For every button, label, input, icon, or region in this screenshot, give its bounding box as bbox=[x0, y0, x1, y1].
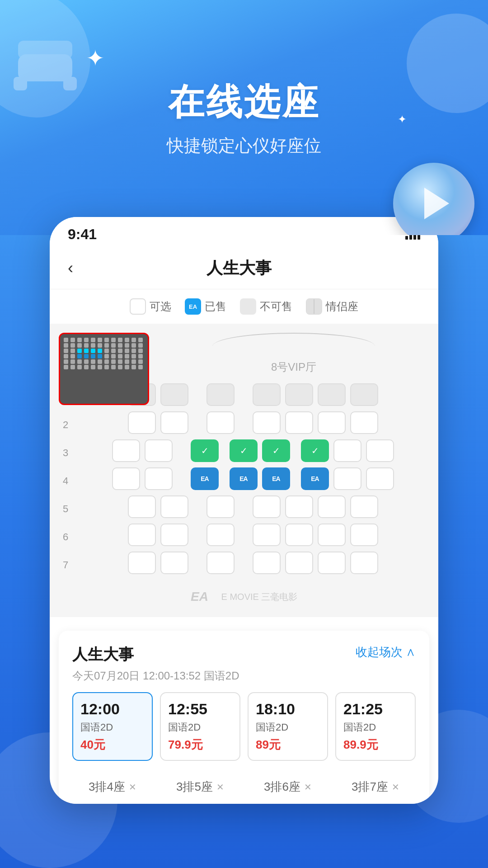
showtime-price-0: 40元 bbox=[80, 737, 145, 753]
legend-seat-sold: EA bbox=[185, 298, 201, 315]
seat[interactable] bbox=[206, 411, 235, 434]
showtime-type-1: 国语2D bbox=[168, 721, 232, 734]
seat[interactable] bbox=[318, 495, 346, 518]
seat[interactable] bbox=[253, 495, 281, 518]
seat-row-6 bbox=[77, 524, 429, 546]
seat-sel-0: 3排4座 ✕ bbox=[72, 779, 153, 795]
seat[interactable] bbox=[350, 552, 378, 574]
play-button[interactable] bbox=[393, 163, 474, 235]
seat[interactable] bbox=[285, 495, 313, 518]
seat[interactable] bbox=[318, 552, 346, 574]
seat[interactable] bbox=[160, 495, 188, 518]
seat[interactable] bbox=[160, 383, 188, 406]
seat-gap bbox=[223, 439, 225, 462]
seat[interactable] bbox=[333, 439, 361, 462]
screen-curve bbox=[212, 333, 375, 346]
seat[interactable] bbox=[285, 383, 313, 406]
showtime-card-3[interactable]: 21:25 国语2D 89.9元 bbox=[335, 692, 416, 761]
svg-rect-2 bbox=[63, 77, 77, 90]
seat-sel-2: 3排6座 ✕ bbox=[248, 779, 328, 795]
seat[interactable] bbox=[253, 383, 281, 406]
showtime-type-2: 国语2D bbox=[256, 721, 320, 734]
seat[interactable] bbox=[128, 552, 156, 574]
seat-gap bbox=[239, 552, 248, 574]
seat-row-7 bbox=[77, 552, 429, 574]
seat-gap bbox=[239, 411, 248, 434]
seat[interactable] bbox=[206, 524, 235, 546]
seat[interactable] bbox=[253, 411, 281, 434]
seat-sold: EA bbox=[191, 467, 219, 490]
seat[interactable] bbox=[366, 439, 394, 462]
seat[interactable] bbox=[206, 383, 235, 406]
seat[interactable] bbox=[350, 524, 378, 546]
seat[interactable] bbox=[350, 383, 378, 406]
seat-sel-3: 3排7座 ✕ bbox=[335, 779, 416, 795]
seat[interactable] bbox=[145, 467, 173, 490]
seat[interactable] bbox=[128, 524, 156, 546]
seat-gap bbox=[193, 495, 202, 518]
seat-selected[interactable]: ✓ bbox=[301, 439, 329, 462]
remove-seat-0[interactable]: ✕ bbox=[129, 782, 136, 793]
play-triangle-icon bbox=[424, 188, 449, 219]
bottom-card: 人生大事 收起场次 ∧ 今天07月20日 12:00-13:52 国语2D 12… bbox=[59, 631, 429, 804]
showtime-card-0[interactable]: 12:00 国语2D 40元 bbox=[72, 692, 153, 761]
seat-row-3: ✓ ✓ ✓ ✓ bbox=[77, 439, 429, 462]
movie-meta: 今天07月20日 12:00-13:52 国语2D bbox=[72, 669, 416, 683]
showtime-time-0: 12:00 bbox=[80, 700, 145, 718]
seat[interactable] bbox=[160, 411, 188, 434]
showtime-price-2: 89元 bbox=[256, 737, 320, 753]
nav-title: 人生大事 bbox=[80, 257, 398, 279]
svg-text:EA: EA bbox=[191, 590, 208, 604]
nav-bar: ‹ 人生大事 bbox=[50, 247, 438, 289]
sparkle-icon-1: ✦ bbox=[86, 45, 105, 71]
collapse-button[interactable]: 收起场次 ∧ bbox=[356, 644, 416, 660]
seat[interactable] bbox=[253, 552, 281, 574]
seat[interactable] bbox=[285, 524, 313, 546]
seat[interactable] bbox=[318, 383, 346, 406]
seat-gap bbox=[239, 383, 248, 406]
seat[interactable] bbox=[350, 411, 378, 434]
seat[interactable] bbox=[160, 524, 188, 546]
seat[interactable] bbox=[160, 552, 188, 574]
remove-seat-3[interactable]: ✕ bbox=[392, 782, 399, 793]
seat[interactable] bbox=[112, 467, 140, 490]
seat[interactable] bbox=[366, 467, 394, 490]
showtime-card-1[interactable]: 12:55 国语2D 79.9元 bbox=[160, 692, 240, 761]
seat[interactable] bbox=[206, 552, 235, 574]
seat[interactable] bbox=[128, 495, 156, 518]
legend-unavailable: 不可售 bbox=[240, 298, 292, 315]
remove-seat-1[interactable]: ✕ bbox=[216, 782, 224, 793]
seat-selected[interactable]: ✓ bbox=[191, 439, 219, 462]
phone-mockup: 9:41 ‹ 人生大事 bbox=[50, 217, 438, 804]
legend-seat-available bbox=[130, 298, 146, 315]
seat[interactable] bbox=[285, 411, 313, 434]
seat-gap bbox=[193, 552, 202, 574]
seat-gap bbox=[193, 524, 202, 546]
seat[interactable] bbox=[285, 552, 313, 574]
status-bar: 9:41 bbox=[50, 217, 438, 247]
showtime-grid: 12:00 国语2D 40元 12:55 国语2D 79.9元 18:10 国语… bbox=[72, 692, 416, 761]
page-main-title: 在线选座 bbox=[168, 78, 320, 127]
seat-selected[interactable]: ✓ bbox=[230, 439, 258, 462]
seat[interactable] bbox=[112, 439, 140, 462]
movie-info-row: 人生大事 收起场次 ∧ bbox=[72, 644, 416, 665]
seat-row-4: EA EA EA EA bbox=[77, 467, 429, 490]
seat[interactable] bbox=[206, 495, 235, 518]
movie-title-bottom: 人生大事 bbox=[72, 644, 134, 665]
header-section: ✦ ✦ 在线选座 快捷锁定心仪好座位 bbox=[0, 0, 488, 235]
seat[interactable] bbox=[145, 439, 173, 462]
seat-selected[interactable]: ✓ bbox=[262, 439, 290, 462]
row-numbers: 1 2 3 4 5 6 7 bbox=[59, 383, 72, 576]
seat[interactable] bbox=[318, 524, 346, 546]
seat[interactable] bbox=[318, 411, 346, 434]
showtime-card-2[interactable]: 18:10 国语2D 89元 bbox=[248, 692, 328, 761]
legend-bar: 可选 EA 已售 不可售 bbox=[50, 289, 438, 324]
seat[interactable] bbox=[350, 495, 378, 518]
legend-seat-unavailable bbox=[240, 298, 256, 315]
seat[interactable] bbox=[253, 524, 281, 546]
seat[interactable] bbox=[333, 467, 361, 490]
back-button[interactable]: ‹ bbox=[68, 256, 80, 280]
seat[interactable] bbox=[128, 411, 156, 434]
seats-main-grid: ✓ ✓ ✓ ✓ bbox=[77, 383, 429, 576]
remove-seat-2[interactable]: ✕ bbox=[304, 782, 312, 793]
